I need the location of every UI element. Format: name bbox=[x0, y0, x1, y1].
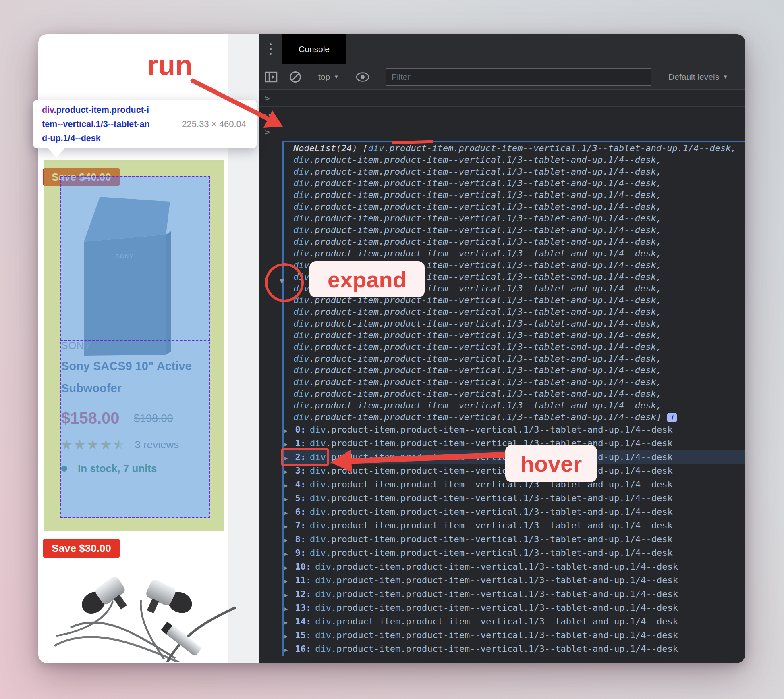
nodelist-preview-line: div.product-item.product-item--vertical.… bbox=[284, 283, 745, 294]
expand-caret-icon[interactable]: ▶ bbox=[284, 592, 288, 598]
devtools-menu-icon[interactable] bbox=[259, 34, 282, 64]
nodelist-item-row-7[interactable]: ▶7:div.product-item.product-item--vertic… bbox=[284, 519, 745, 533]
nodelist-preview-line: div.product-item.product-item--vertical.… bbox=[284, 201, 745, 212]
expand-caret-icon[interactable]: ▶ bbox=[284, 619, 288, 626]
nodelist-preview-line: div.product-item.product-item--vertical.… bbox=[284, 248, 745, 259]
star-rating: ★★★★★ bbox=[60, 437, 126, 453]
filter-input[interactable] bbox=[386, 68, 651, 86]
chevron-down-icon: ▼ bbox=[723, 74, 728, 80]
console-prompt-icon: > bbox=[265, 90, 270, 107]
rating-row: ★★★★★ 3 reviews bbox=[60, 437, 179, 453]
current-price: $158.00 bbox=[61, 409, 120, 427]
reviews-link[interactable]: 3 reviews bbox=[135, 439, 179, 451]
star-icon: ★ bbox=[87, 437, 99, 452]
expand-caret-icon[interactable]: ▶ bbox=[284, 510, 288, 516]
nodelist-preview-line: div.product-item.product-item--vertical.… bbox=[284, 259, 745, 271]
tab-console[interactable]: Console bbox=[282, 34, 346, 64]
subwoofer-image[interactable]: SONY bbox=[81, 189, 173, 357]
console-prompt-icon: > bbox=[265, 123, 270, 141]
nodelist-preview-line: div.product-item.product-item--vertical.… bbox=[284, 318, 745, 329]
nodelist-preview-line: div.product-item.product-item--vertical.… bbox=[284, 341, 745, 353]
log-levels-selector[interactable]: Default levels▼ bbox=[663, 72, 734, 82]
nodelist-preview-line: NodeList(24) [div.product-item.product-i… bbox=[284, 142, 745, 154]
clear-console-icon[interactable] bbox=[289, 71, 302, 83]
earbuds-image[interactable] bbox=[46, 563, 248, 662]
nodelist-item-row-3[interactable]: ▶3:div.product-item.product-item--vertic… bbox=[284, 464, 745, 478]
console-toolbar: top▼ Default levels▼ bbox=[259, 64, 745, 90]
star-icon: ★ bbox=[100, 437, 112, 452]
expand-caret-icon[interactable]: ▶ bbox=[284, 551, 288, 557]
console-body: >document.querySelector('.product-item')… bbox=[259, 90, 745, 663]
expand-caret-icon[interactable]: ▶ bbox=[284, 523, 288, 530]
nodelist-preview: NodeList(24) [div.product-item.product-i… bbox=[284, 142, 745, 423]
grid-divider-horizontal bbox=[38, 533, 228, 533]
expand-caret-icon[interactable]: ▶ bbox=[284, 605, 288, 612]
context-selector[interactable]: top▼ bbox=[313, 72, 344, 82]
expand-caret-icon[interactable]: ▶ bbox=[284, 441, 288, 447]
expand-caret-icon[interactable]: ▶ bbox=[284, 647, 288, 653]
eye-icon[interactable] bbox=[355, 72, 370, 82]
expand-caret-icon[interactable]: ▶ bbox=[284, 564, 288, 571]
stock-dot-icon bbox=[61, 466, 67, 472]
console-sidebar-icon[interactable] bbox=[265, 71, 278, 83]
nodelist-preview-line: div.product-item.product-item--vertical.… bbox=[284, 399, 745, 411]
nodelist-item-row-2[interactable]: ▶2:div.product-item.product-item--vertic… bbox=[284, 450, 745, 464]
info-icon[interactable]: i bbox=[667, 413, 677, 422]
return-value-icon: ‹· bbox=[263, 107, 271, 123]
nodelist-item-row-4[interactable]: ▶4:div.product-item.product-item--vertic… bbox=[284, 478, 745, 491]
nodelist-item-row-16[interactable]: ▶16:div.product-item.product-item--verti… bbox=[284, 642, 745, 656]
nodelist-item-row-5[interactable]: ▶5:div.product-item.product-item--vertic… bbox=[284, 491, 745, 505]
nodelist-item-row-1[interactable]: ▶1:div.product-item.product-item--vertic… bbox=[284, 437, 745, 450]
nodelist-preview-line: div.product-item.product-item--vertical.… bbox=[284, 353, 745, 364]
nodelist-item-row-15[interactable]: ▶15:div.product-item.product-item--verti… bbox=[284, 628, 745, 642]
expand-caret-icon[interactable]: ▶ bbox=[284, 482, 288, 489]
nodelist-preview-line: div.product-item.product-item--vertical.… bbox=[284, 189, 745, 201]
nodelist-item-row-12[interactable]: ▶12:div.product-item.product-item--verti… bbox=[284, 587, 745, 601]
product-title[interactable]: Sony SACS9 10" Active Subwoofer bbox=[61, 355, 198, 399]
nodelist-expanded: ▶0:div.product-item.product-item--vertic… bbox=[284, 423, 745, 656]
nodelist-item-row-10[interactable]: ▶10:div.product-item.product-item--verti… bbox=[284, 560, 745, 574]
nodelist-preview-line: div.product-item.product-item--vertical.… bbox=[284, 388, 745, 399]
expand-caret-icon[interactable]: ▶ bbox=[284, 537, 288, 543]
nodelist-preview-line: div.product-item.product-item--vertical.… bbox=[284, 166, 745, 177]
star-icon: ★ bbox=[73, 437, 85, 452]
nodelist-preview-line: div.product-item.product-item--vertical.… bbox=[284, 364, 745, 376]
nodelist-preview-line: div.product-item.product-item--vertical.… bbox=[284, 212, 745, 224]
subwoofer-logo-text: SONY bbox=[116, 254, 134, 259]
toolbar-separator bbox=[736, 70, 736, 84]
nodelist-result-entry[interactable]: NodeList(24) [div.product-item.product-i… bbox=[282, 141, 745, 656]
nodelist-preview-line: div.product-item.product-item--vertical.… bbox=[284, 271, 745, 283]
nodelist-item-row-0[interactable]: ▶0:div.product-item.product-item--vertic… bbox=[284, 423, 745, 437]
star-icon: ★ bbox=[113, 437, 125, 452]
inspect-padding-overlay bbox=[44, 176, 60, 518]
toolbar-separator bbox=[378, 70, 378, 84]
sale-badge: Save $40.00 bbox=[43, 168, 120, 186]
nodelist-item-row-9[interactable]: ▶9:div.product-item.product-item--vertic… bbox=[284, 546, 745, 560]
nodelist-item-row-6[interactable]: ▶6:div.product-item.product-item--vertic… bbox=[284, 505, 745, 519]
nodelist-item-row-13[interactable]: ▶13:div.product-item.product-item--verti… bbox=[284, 601, 745, 615]
star-icon: ★ bbox=[60, 437, 73, 452]
nodelist-item-row-11[interactable]: ▶11:div.product-item.product-item--verti… bbox=[284, 574, 745, 587]
nodelist-item-row-14[interactable]: ▶14:div.product-item.product-item--verti… bbox=[284, 615, 745, 628]
product-brand: SONY bbox=[61, 340, 91, 352]
console-input-line-queryselectorall[interactable]: >document.querySelectorAll('.product-ite… bbox=[259, 123, 745, 141]
nodelist-preview-line: div.product-item.product-item--vertical.… bbox=[284, 376, 745, 388]
nodelist-preview-line: div.product-item.product-item--vertical.… bbox=[284, 329, 745, 341]
expand-caret-icon[interactable]: ▶ bbox=[284, 578, 288, 585]
tooltip-dimensions: 225.33 × 460.04 bbox=[182, 119, 246, 129]
expand-caret-icon[interactable]: ▶ bbox=[284, 455, 288, 461]
screenshot-stage: Save $40.00 SONY SONY Sony SACS9 10" Act… bbox=[0, 0, 784, 699]
expand-caret-icon[interactable]: ▶ bbox=[284, 468, 288, 475]
toolbar-separator bbox=[347, 70, 347, 84]
console-input-line[interactable]: >document.querySelector('.product-item') bbox=[259, 90, 745, 107]
expand-caret-icon[interactable]: ▶ bbox=[284, 496, 288, 502]
nodelist-item-row-8[interactable]: ▶8:div.product-item.product-item--vertic… bbox=[284, 533, 745, 546]
nodelist-preview-line: div.product-item.product-item--vertical.… bbox=[284, 177, 745, 189]
console-result-line[interactable]: ‹·▶<div class="product-item product-item… bbox=[259, 107, 745, 123]
expand-caret-icon[interactable]: ▶ bbox=[284, 427, 288, 434]
expand-caret-icon[interactable]: ▶ bbox=[284, 633, 288, 639]
devtools-tabbar: Console bbox=[259, 34, 745, 64]
sale-badge-2: Save $30.00 bbox=[43, 539, 120, 558]
stock-row: In stock, 7 units bbox=[61, 462, 157, 475]
toolbar-separator bbox=[310, 70, 310, 84]
